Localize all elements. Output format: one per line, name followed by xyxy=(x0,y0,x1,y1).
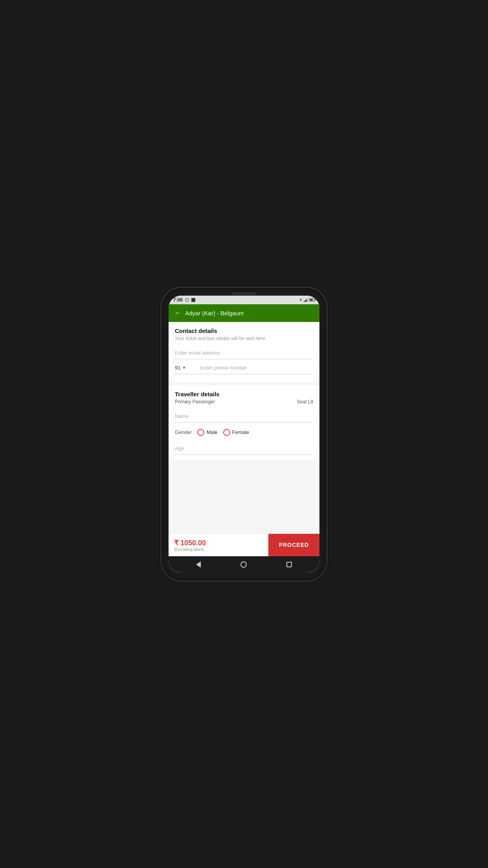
dropdown-arrow-icon: ▼ xyxy=(182,366,186,370)
contact-details-subtitle: Your ticket and bus details will be sent… xyxy=(175,336,313,341)
status-bar: 7:00 ▼ xyxy=(169,296,319,304)
nav-home-button[interactable] xyxy=(240,561,247,568)
bottom-bar: ₹ 1050.00 (Excluding taxes) PROCEED xyxy=(169,533,319,556)
clock-icon xyxy=(185,298,189,302)
female-label: Female xyxy=(232,429,249,435)
traveller-details-title: Traveller details xyxy=(175,391,313,397)
contact-details-title: Contact details xyxy=(175,327,313,334)
phone-frame: 7:00 ▼ ← Adyar (Kar) - Belgaum xyxy=(161,288,327,581)
male-label: Male xyxy=(206,429,217,435)
status-right: ▼ xyxy=(299,298,315,302)
back-triangle-icon xyxy=(196,561,201,568)
home-circle-icon xyxy=(240,561,247,568)
sim-icon xyxy=(191,298,195,302)
gender-female-option[interactable]: Female xyxy=(223,429,249,436)
nav-bar xyxy=(169,556,319,573)
proceed-button[interactable]: PROCEED xyxy=(268,534,319,556)
traveller-header: Primary Passenger Seat L9 xyxy=(175,399,313,405)
app-bar-title: Adyar (Kar) - Belgaum xyxy=(185,310,244,316)
price-note: (Excluding taxes) xyxy=(174,547,263,552)
signal-bars xyxy=(304,298,308,302)
gender-male-option[interactable]: Male xyxy=(197,429,217,436)
spacer-area xyxy=(169,463,319,533)
battery-icon xyxy=(309,298,315,302)
back-button[interactable]: ← xyxy=(174,309,181,317)
gender-radio-group: Male Female xyxy=(197,429,249,436)
country-code-selector[interactable]: 91 ▼ xyxy=(175,365,196,371)
male-radio-button[interactable] xyxy=(197,429,204,436)
phone-input[interactable] xyxy=(200,365,313,371)
contact-details-section: Contact details Your ticket and bus deta… xyxy=(169,322,319,382)
gender-label: Gender xyxy=(175,429,192,435)
country-code-value: 91 xyxy=(175,365,180,371)
email-input[interactable] xyxy=(175,347,313,359)
nav-back-button[interactable] xyxy=(196,561,201,568)
status-time: 7:00 xyxy=(173,297,183,303)
price-section: ₹ 1050.00 (Excluding taxes) xyxy=(169,534,268,556)
battery-fill xyxy=(310,299,313,301)
nav-recent-button[interactable] xyxy=(286,562,292,567)
phone-row: 91 ▼ xyxy=(175,365,313,374)
price-amount: ₹ 1050.00 xyxy=(174,539,263,547)
female-radio-button[interactable] xyxy=(223,429,230,436)
app-bar: ← Adyar (Kar) - Belgaum xyxy=(169,304,319,322)
price-value: 1050.00 xyxy=(180,539,206,547)
name-input[interactable] xyxy=(175,410,313,423)
gender-row: Gender Male Female xyxy=(175,429,313,436)
primary-passenger-label: Primary Passenger xyxy=(175,399,215,405)
age-input[interactable] xyxy=(175,442,313,455)
recent-square-icon xyxy=(286,562,292,567)
wifi-icon: ▼ xyxy=(299,298,303,302)
currency-symbol: ₹ xyxy=(174,539,178,547)
wifi-signal: ▼ xyxy=(299,298,303,302)
seat-info: Seat L9 xyxy=(297,399,313,405)
screen: 7:00 ▼ ← Adyar (Kar) - Belgaum xyxy=(169,296,319,573)
status-left: 7:00 xyxy=(173,297,195,303)
traveller-details-section: Traveller details Primary Passenger Seat… xyxy=(169,385,319,460)
main-content: Contact details Your ticket and bus deta… xyxy=(169,322,319,556)
